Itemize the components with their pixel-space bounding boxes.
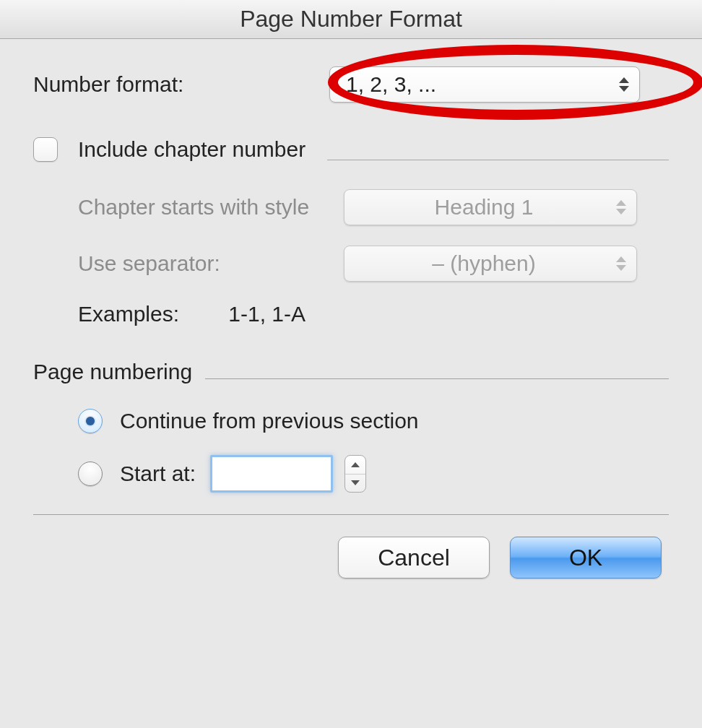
include-chapter-row: Include chapter number (33, 137, 669, 162)
updown-arrows-icon (616, 200, 626, 214)
page-numbering-label: Page numbering (33, 360, 192, 384)
use-separator-row: Use separator: – (hyphen) (78, 246, 669, 282)
start-at-radio-row: Start at: (78, 455, 669, 493)
chapter-starts-popup: Heading 1 (344, 189, 637, 225)
dialog-content: Number format: 1, 2, 3, ... Include chap… (0, 39, 702, 593)
use-separator-value: – (hyphen) (432, 251, 535, 276)
ok-button[interactable]: OK (510, 537, 662, 578)
bottom-divider (33, 514, 669, 515)
continue-radio[interactable] (78, 409, 103, 433)
start-at-radio[interactable] (78, 462, 103, 486)
start-at-input[interactable] (210, 455, 333, 493)
use-separator-popup: – (hyphen) (344, 246, 637, 282)
chapter-starts-label: Chapter starts with style (78, 195, 344, 220)
number-format-popup[interactable]: 1, 2, 3, ... (329, 66, 640, 103)
chapter-starts-value: Heading 1 (435, 195, 534, 220)
updown-arrows-icon (619, 77, 629, 92)
use-separator-label: Use separator: (78, 251, 344, 276)
dialog-buttons: Cancel OK (33, 537, 669, 578)
examples-label: Examples: (78, 302, 222, 326)
updown-arrows-icon (616, 256, 626, 271)
divider-line (205, 378, 669, 379)
continue-radio-row: Continue from previous section (78, 409, 669, 433)
include-chapter-checkbox[interactable] (33, 137, 58, 162)
continue-label: Continue from previous section (120, 409, 419, 433)
examples-value: 1-1, 1-A (228, 302, 306, 326)
cancel-label: Cancel (378, 545, 450, 571)
chapter-starts-row: Chapter starts with style Heading 1 (78, 189, 669, 225)
examples-row: Examples: 1-1, 1-A (78, 302, 669, 326)
dialog-title: Page Number Format (0, 0, 702, 39)
page-numbering-header: Page numbering (33, 360, 669, 384)
number-format-value: 1, 2, 3, ... (346, 72, 436, 97)
number-format-label: Number format: (33, 72, 329, 97)
title-text: Page Number Format (240, 6, 462, 32)
start-at-stepper[interactable] (344, 455, 366, 493)
start-at-label: Start at: (120, 462, 196, 486)
stepper-down-icon[interactable] (345, 474, 365, 493)
divider-line (327, 160, 669, 160)
ok-label: OK (569, 545, 602, 571)
cancel-button[interactable]: Cancel (338, 537, 490, 578)
stepper-up-icon[interactable] (345, 456, 365, 474)
number-format-row: Number format: 1, 2, 3, ... (33, 66, 669, 103)
include-chapter-label: Include chapter number (78, 137, 306, 162)
